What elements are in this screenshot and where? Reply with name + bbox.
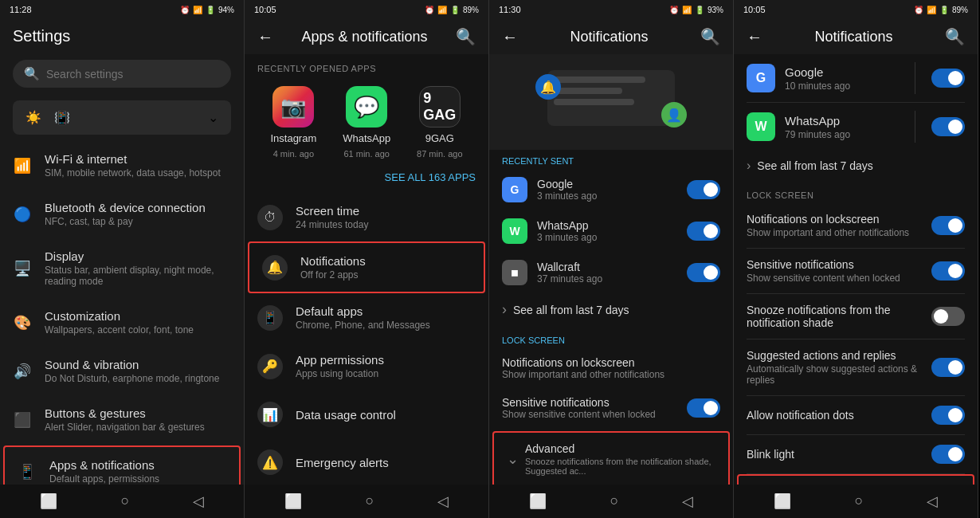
recents-btn-4[interactable]: ◁ <box>927 492 938 510</box>
sensitive-notif-title-4: Sensitive notifications <box>747 258 931 271</box>
google-toggle-3[interactable] <box>687 180 720 199</box>
apps-sub: Default apps, permissions <box>49 473 226 485</box>
time-3: 11:30 <box>499 5 521 14</box>
advanced-expand-icon: ⌄ <box>507 450 519 468</box>
snooze-setting[interactable]: Snooze notifications from the notificati… <box>734 294 978 339</box>
settings-title: Settings <box>13 27 70 45</box>
ninegag-time: 87 min. ago <box>417 149 462 159</box>
notif-wallcraft[interactable]: ◼ Wallcraft 37 minutes ago <box>489 252 733 293</box>
advanced-row[interactable]: ⌄ Advanced Snooze notifications from the… <box>492 431 730 485</box>
whatsapp-icon-4: W <box>747 112 775 141</box>
settings-header: Settings <box>0 19 244 53</box>
instagram-time: 4 min. ago <box>273 149 314 159</box>
suggested-actions-setting[interactable]: Suggested actions and replies Automatica… <box>734 339 978 395</box>
see-all-7days-4[interactable]: › See all from last 7 days <box>734 151 978 181</box>
whatsapp-notif-time: 3 minutes ago <box>537 232 677 243</box>
home-btn-4[interactable]: ⬜ <box>774 492 791 510</box>
blink-light-setting[interactable]: Blink light <box>734 435 978 473</box>
see-all-text-3: See all from last 7 days <box>513 304 629 316</box>
screen-time-icon: ⏱ <box>257 205 283 230</box>
google-toggle-4[interactable] <box>931 69 965 88</box>
menu-screen-time[interactable]: ⏱ Screen time 24 minutes today <box>245 193 488 241</box>
notif-detail-header: ← Notifications 🔍 <box>734 19 978 54</box>
instagram-name: Instagram <box>270 132 316 144</box>
see-all-7days-3[interactable]: › See all from last 7 days <box>489 293 733 326</box>
settings-item-wifi[interactable]: 📶 Wi-Fi & internet SIM, mobile network, … <box>0 141 244 190</box>
search-icon-2[interactable]: 🔍 <box>456 27 476 46</box>
default-apps-sub: Chrome, Phone, and Messages <box>296 320 476 331</box>
settings-item-display[interactable]: 🖥️ Display Status bar, ambient display, … <box>0 238 244 298</box>
back-btn-1[interactable]: ○ <box>121 492 130 510</box>
settings-item-sound[interactable]: 🔊 Sound & vibration Do Not Disturb, earp… <box>0 347 244 395</box>
lockscreen-notif-title-4: Notifications on lockscreen <box>747 213 931 226</box>
search-input[interactable] <box>46 68 220 80</box>
whatsapp-toggle-3[interactable] <box>687 222 720 241</box>
home-btn-2[interactable]: ⬜ <box>284 492 302 510</box>
suggested-toggle-4[interactable] <box>931 358 965 377</box>
panel-settings: 11:28 ⏰ 📶 🔋 94% Settings 🔍 ☀️ 📳 ⌄ 📶 Wi-F… <box>0 0 245 518</box>
home-btn-1[interactable]: ⬜ <box>40 492 57 510</box>
ninegag-name: 9GAG <box>425 132 454 144</box>
lockscreen-notif-sub-4: Show important and other notifications <box>747 227 931 238</box>
settings-item-buttons[interactable]: ⬛ Buttons & gestures Alert Slider, navig… <box>0 395 244 444</box>
lockscreen-notif-4[interactable]: Notifications on lockscreen Show importa… <box>734 203 978 248</box>
lockscreen-title-3: Notifications on lockscreen <box>502 356 720 369</box>
menu-app-permissions[interactable]: 🔑 App permissions Apps using location <box>245 342 488 390</box>
buttons-icon: ⬛ <box>13 410 32 430</box>
back-btn-3[interactable]: ○ <box>610 492 619 510</box>
nav-bar-3: ⬜ ○ ◁ <box>489 485 733 518</box>
recents-btn-1[interactable]: ◁ <box>193 492 204 510</box>
customization-icon: 🎨 <box>13 313 32 332</box>
whatsapp-toggle-4[interactable] <box>931 117 965 136</box>
back-btn-4[interactable]: ○ <box>855 492 864 510</box>
apps-icon: 📱 <box>18 462 37 481</box>
sensitive-toggle-4[interactable] <box>931 261 965 281</box>
search-icon-4[interactable]: 🔍 <box>945 27 965 46</box>
sensitive-toggle-3[interactable] <box>687 398 720 418</box>
allow-dots-setting[interactable]: Allow notification dots <box>734 396 978 434</box>
whatsapp-app-item[interactable]: W WhatsApp 79 minutes ago <box>734 103 978 151</box>
search-bar[interactable]: 🔍 <box>13 60 231 88</box>
notif-whatsapp[interactable]: W WhatsApp 3 minutes ago <box>489 210 733 252</box>
notif-google[interactable]: G Google 3 minutes ago <box>489 169 733 210</box>
menu-emergency-alerts[interactable]: ⚠️ Emergency alerts <box>245 438 488 485</box>
wifi-title: Wi-Fi & internet <box>45 152 231 166</box>
sensitive-notif-4[interactable]: Sensitive notifications Show sensitive c… <box>734 249 978 293</box>
back-arrow-4[interactable]: ← <box>747 28 762 46</box>
app-whatsapp[interactable]: 💬 WhatsApp 61 min. ago <box>343 86 390 159</box>
menu-notifications[interactable]: 🔔 Notifications Off for 2 apps <box>248 241 485 293</box>
search-icon-3[interactable]: 🔍 <box>700 27 720 46</box>
quick-toggles: ☀️ 📳 ⌄ <box>13 100 231 135</box>
default-sound-row[interactable]: Default notification sound Elegant <box>737 474 974 485</box>
recents-btn-2[interactable]: ◁ <box>437 492 449 510</box>
snooze-toggle-4[interactable] <box>931 307 965 326</box>
lockscreen-toggle-4[interactable] <box>931 216 965 235</box>
sensitive-notif-setting[interactable]: Sensitive notifications Show sensitive c… <box>489 388 733 428</box>
toggle-icons: ☀️ 📳 <box>25 110 70 125</box>
expand-icon[interactable]: ⌄ <box>208 110 218 125</box>
status-bar-3: 11:30 ⏰ 📶 🔋 93% <box>489 0 733 19</box>
lockscreen-notif-setting[interactable]: Notifications on lockscreen Show importa… <box>489 348 733 388</box>
customization-title: Customization <box>45 309 231 323</box>
settings-item-apps[interactable]: 📱 Apps & notifications Default apps, per… <box>3 445 241 485</box>
back-btn-2[interactable]: ○ <box>366 492 374 510</box>
settings-item-bluetooth[interactable]: 🔵 Bluetooth & device connection NFC, cas… <box>0 190 244 238</box>
sound-title: Sound & vibration <box>45 358 231 371</box>
settings-item-customization[interactable]: 🎨 Customization Wallpapers, accent color… <box>0 298 244 347</box>
allow-dots-toggle-4[interactable] <box>931 406 965 425</box>
wallcraft-notif-name: Wallcraft <box>537 261 677 273</box>
menu-data-usage[interactable]: 📊 Data usage control <box>245 390 488 438</box>
wallcraft-toggle-3[interactable] <box>687 263 720 282</box>
back-arrow-3[interactable]: ← <box>502 28 518 46</box>
apps-header: ← Apps & notifications 🔍 <box>245 19 488 54</box>
see-all-apps-btn[interactable]: SEE ALL 163 APPS <box>245 168 488 193</box>
recents-btn-3[interactable]: ◁ <box>682 492 693 510</box>
app-instagram[interactable]: 📷 Instagram 4 min. ago <box>270 86 316 159</box>
back-arrow-2[interactable]: ← <box>257 28 273 46</box>
menu-default-apps[interactable]: 📱 Default apps Chrome, Phone, and Messag… <box>245 293 488 342</box>
home-btn-3[interactable]: ⬜ <box>529 492 547 510</box>
blink-light-toggle-4[interactable] <box>931 445 965 464</box>
google-app-item[interactable]: G Google 10 minutes ago <box>734 54 978 102</box>
app-9gag[interactable]: 9GAG 9GAG 87 min. ago <box>417 86 462 159</box>
suggested-title-4: Suggested actions and replies <box>747 349 931 362</box>
